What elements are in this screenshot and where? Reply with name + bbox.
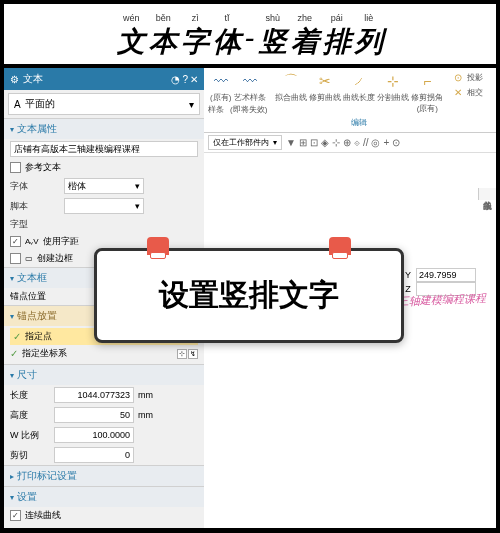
ribbon-item[interactable]: ⊹分割曲线 <box>377 70 409 114</box>
tool-icon[interactable]: ◈ <box>321 137 329 148</box>
ref-text-label: 参考文本 <box>25 161 61 174</box>
ribbon-item[interactable]: 〰 (原有) <box>210 70 232 103</box>
fit-curve-icon: ⌒ <box>280 70 302 92</box>
section-dimensions[interactable]: ▾ 尺寸 <box>4 364 204 385</box>
ribbon-toolbar: 〰 (原有) 〰 艺术样条 样条 (即将失效) ⌒拟合曲线 ✂修剪曲线 <box>204 68 496 133</box>
section-label: 设置 <box>17 490 37 504</box>
ribbon-label: 修剪拐角 <box>411 92 443 103</box>
overlay-caption-card: 设置竖排文字 <box>94 248 404 343</box>
tool-icon[interactable]: ⟐ <box>354 137 360 148</box>
shear-input[interactable] <box>54 447 134 463</box>
font-value: 楷体 <box>68 180 86 193</box>
specify-csys-label: 指定坐标系 <box>22 347 67 360</box>
section-label: 锚点放置 <box>17 309 57 323</box>
tool-icon[interactable]: ⊞ <box>299 137 307 148</box>
pin-icon[interactable]: ◔ <box>171 74 180 85</box>
chevron-down-icon: ▾ <box>135 181 140 191</box>
ribbon-item[interactable]: ⌒拟合曲线 <box>275 70 307 114</box>
ref-text-checkbox[interactable] <box>10 162 21 173</box>
ribbon-label: 修剪曲线 <box>309 92 341 103</box>
y-input[interactable] <box>416 268 476 282</box>
ribbon-section-label: 编辑 <box>349 115 369 130</box>
main-area: ⚙ 文本 ◔ ? ✕ A 平面的 ▾ ▾ 文本属性 参考文本 字体 <box>4 68 496 528</box>
ribbon-label: 投影 <box>467 72 483 83</box>
length-label: 长度 <box>10 389 50 402</box>
project-icon: ⊙ <box>451 70 465 84</box>
style-label: 字型 <box>10 218 60 231</box>
chevron-down-icon: ▾ <box>189 99 194 110</box>
bbox-checkbox[interactable] <box>10 253 21 264</box>
scope-value: 仅在工作部件内 <box>213 137 269 148</box>
ribbon-label: 曲线长度 <box>343 92 375 103</box>
dialog-title: 文本 <box>23 72 43 86</box>
section-label: 打印标记设置 <box>17 469 77 483</box>
help-icon[interactable]: ? <box>182 74 188 85</box>
intersect-icon: ✕ <box>451 85 465 99</box>
chevron-right-icon: ▸ <box>10 472 14 481</box>
ribbon-item[interactable]: ⊙投影 <box>451 70 483 84</box>
tool-icon[interactable]: // <box>363 137 369 148</box>
bbox-label: 创建边框 <box>37 252 73 265</box>
shear-label: 剪切 <box>10 449 50 462</box>
section-print-settings[interactable]: ▸ 打印标记设置 <box>4 465 204 486</box>
ribbon-item[interactable]: 〰 艺术样条 <box>234 70 266 103</box>
anchor-pos-label: 锚点位置 <box>10 290 46 303</box>
chevron-down-icon: ▾ <box>10 493 14 502</box>
wscale-label: W 比例 <box>10 429 50 442</box>
kerning-checkbox[interactable]: ✓ <box>10 236 21 247</box>
ribbon-item[interactable]: ⟋曲线长度 <box>343 70 375 114</box>
wscale-input[interactable] <box>54 427 134 443</box>
length-input[interactable] <box>54 387 134 403</box>
text-value-input[interactable] <box>10 141 198 157</box>
ribbon-group-edit: ⌒拟合曲线 ✂修剪曲线 ⟋曲线长度 ⊹分割曲线 ⌐修剪拐角(原有) 编辑 <box>275 70 443 130</box>
split-curve-icon: ⊹ <box>382 70 404 92</box>
type-dropdown[interactable]: A 平面的 ▾ <box>8 93 200 115</box>
filter-icon[interactable]: ▼ <box>286 137 296 148</box>
chevron-down-icon: ▾ <box>10 125 14 134</box>
tool-icon[interactable]: + <box>383 137 389 148</box>
check-icon: ✓ <box>10 348 18 359</box>
tool-icon[interactable]: ⊙ <box>392 137 400 148</box>
kerning-icon: AᵥV <box>25 237 39 246</box>
ribbon-label: 相交 <box>467 87 483 98</box>
close-icon[interactable]: ✕ <box>190 74 198 85</box>
selection-toolbar: 仅在工作部件内 ▾ ▼ ⊞ ⊡ ◈ ⊹ ⊕ ⟐ // ◎ + ⊙ <box>204 133 496 153</box>
continuous-curve-checkbox[interactable]: ✓ <box>10 510 21 521</box>
ribbon-item[interactable]: ✕相交 <box>451 85 483 99</box>
ribbon-group-spline: 〰 (原有) 〰 艺术样条 样条 (即将失效) <box>208 70 267 130</box>
chevron-down-icon: ▾ <box>273 138 277 147</box>
chevron-down-icon: ▾ <box>10 274 14 283</box>
specify-point-label: 指定点 <box>25 330 52 343</box>
chevron-down-icon: ▾ <box>135 201 140 211</box>
ribbon-sublabel: 样条 <box>208 104 224 115</box>
font-dropdown[interactable]: 楷体 ▾ <box>64 178 144 194</box>
fillet-icon: ⌐ <box>416 70 438 92</box>
continuous-curve-label: 连续曲线 <box>25 509 61 522</box>
section-text-props[interactable]: ▾ 文本属性 <box>4 118 204 139</box>
length-unit: mm <box>138 390 163 400</box>
dialog-title-bar[interactable]: ⚙ 文本 ◔ ? ✕ <box>4 68 204 90</box>
specify-csys-row[interactable]: ✓ 指定坐标系 ⊹↯ <box>10 345 198 362</box>
scope-dropdown[interactable]: 仅在工作部件内 ▾ <box>208 135 282 150</box>
bbox-icon: ▭ <box>25 254 33 263</box>
chevron-down-icon: ▾ <box>10 371 14 380</box>
script-dropdown[interactable]: ▾ <box>64 198 144 214</box>
tool-icon[interactable]: ⊕ <box>343 137 351 148</box>
page-title: wén文běn本zì字tǐ体-shù竖zhe着pái排liè列 <box>4 4 496 64</box>
ribbon-sublabel: (即将失效) <box>230 104 267 115</box>
clip-icon <box>147 237 169 255</box>
spline-icon: 〰 <box>210 70 232 92</box>
section-label: 文本框 <box>17 271 47 285</box>
tool-icon[interactable]: ⊹ <box>332 137 340 148</box>
ribbon-item[interactable]: ⌐修剪拐角(原有) <box>411 70 443 114</box>
section-settings[interactable]: ▾ 设置 <box>4 486 204 507</box>
font-label: 字体 <box>10 180 60 193</box>
tool-icon[interactable]: ◎ <box>371 137 380 148</box>
side-tab-single-curve[interactable]: 单条曲线 <box>478 188 496 200</box>
tool-icon[interactable]: ⊡ <box>310 137 318 148</box>
gear-icon[interactable]: ⚙ <box>10 74 19 85</box>
height-input[interactable] <box>54 407 134 423</box>
csys-picker-icons[interactable]: ⊹↯ <box>177 349 198 359</box>
ribbon-label: 分割曲线 <box>377 92 409 103</box>
ribbon-item[interactable]: ✂修剪曲线 <box>309 70 341 114</box>
